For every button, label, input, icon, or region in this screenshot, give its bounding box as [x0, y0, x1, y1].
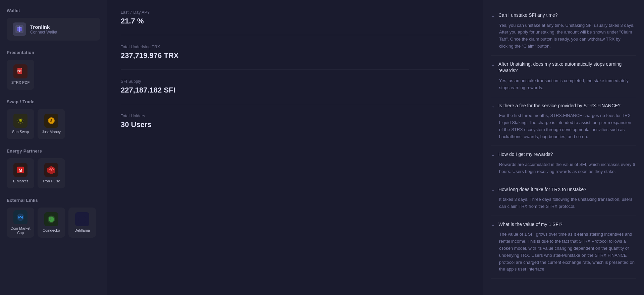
faq-answer-text: It takes 3 days. Three days following th… [499, 196, 636, 210]
faq-answer-text: Yes, as an unstake transaction is comple… [499, 77, 636, 92]
svg-text:PDF: PDF [17, 70, 22, 72]
coingecko-icon [44, 212, 58, 226]
sfi-label: SFI Supply [121, 79, 469, 84]
presentation-grid: PDF STRX PDF [7, 60, 100, 90]
faq-question-text: Can I unstake SFI any time? [498, 12, 558, 19]
faq-answer-text: Rewards are accumulated in the value of … [499, 161, 636, 175]
wallet-sub: Connect Wallet [30, 30, 57, 35]
energy-section: Energy Partners M E Market [7, 149, 100, 188]
svg-point-19 [78, 216, 86, 223]
sidebar: Wallet Tronlink Connect Wallet Presentat… [0, 0, 107, 295]
faq-item: ⌄ Is there a fee for the service provide… [491, 97, 636, 146]
tronpulse-item[interactable]: Tron Pulse [38, 158, 65, 188]
presentation-section: Presentation PDF STRX PDF [7, 50, 100, 90]
faq-question-text: How long does it take for TRX to unstake… [498, 186, 586, 193]
energy-grid: M E Market Tron Pulse [7, 158, 100, 188]
defillama-label: Defillama [74, 228, 90, 233]
faq-question-0[interactable]: ⌄ Can I unstake SFI any time? [491, 12, 636, 19]
wallet-card[interactable]: Tronlink Connect Wallet [7, 18, 100, 41]
faq-chevron-icon: ⌄ [491, 222, 495, 227]
swap-grid: Sun Swap $ Just Money [7, 109, 100, 139]
faq-question-2[interactable]: ⌄ Is there a fee for the service provide… [491, 103, 636, 109]
faq-item: ⌄ How long does it take for TRX to unsta… [491, 181, 636, 216]
main-panel: Last 7 Day APY 21.7 % Total Underlying T… [107, 0, 483, 295]
apy-label: Last 7 Day APY [121, 10, 469, 15]
faq-question-5[interactable]: ⌄ What is the value of my 1 SFI? [491, 221, 636, 228]
external-grid: Coin Market Cap Coingecko � [7, 208, 100, 238]
faq-question-text: What is the value of my 1 SFI? [498, 221, 562, 228]
tronlink-icon [13, 22, 26, 36]
svg-text:M: M [19, 168, 22, 173]
faq-answer-text: Yes, you can unstake at any time. Unstak… [499, 22, 636, 50]
faq-chevron-icon: ⌄ [491, 103, 495, 109]
external-section: External Links Coin Market Cap [7, 198, 100, 238]
emarket-label: E Market [13, 179, 28, 183]
wallet-name: Tronlink [30, 24, 57, 30]
svg-text:$: $ [50, 119, 52, 123]
coinmarketcap-item[interactable]: Coin Market Cap [7, 208, 34, 238]
defillama-icon: 🦙 [75, 212, 89, 226]
faq-chevron-icon: ⌄ [491, 152, 495, 157]
wallet-title: Wallet [7, 8, 100, 13]
faq-chevron-icon: ⌄ [491, 62, 495, 67]
faq-item: ⌄ How do I get my rewards? Rewards are a… [491, 146, 636, 181]
faq-question-3[interactable]: ⌄ How do I get my rewards? [491, 151, 636, 158]
faq-question-text: Is there a fee for the service provided … [498, 103, 621, 109]
tronpulse-label: Tron Pulse [43, 179, 60, 183]
faq-question-text: How do I get my rewards? [498, 151, 553, 158]
faq-item: ⌄ Can I unstake SFI any time? Yes, you c… [491, 7, 636, 56]
stat-holders: Total Holders 30 Users [121, 114, 469, 138]
coinmarketcap-icon [13, 210, 28, 224]
just-money-icon: $ [44, 114, 58, 128]
emarket-item[interactable]: M E Market [7, 158, 34, 188]
faq-item: ⌄ After Unstaking, does my stake automat… [491, 56, 636, 97]
energy-title: Energy Partners [7, 149, 100, 154]
swap-title: Swap / Trade [7, 99, 100, 104]
sfi-value: 227,187.182 SFI [121, 86, 469, 95]
stat-sfi: SFI Supply 227,187.182 SFI [121, 79, 469, 104]
just-money-label: Just Money [42, 130, 61, 134]
holders-label: Total Holders [121, 114, 469, 118]
faq-question-4[interactable]: ⌄ How long does it take for TRX to unsta… [491, 186, 636, 193]
wallet-section: Wallet Tronlink Connect Wallet [7, 8, 100, 41]
strx-pdf-label: STRX PDF [11, 80, 30, 85]
trx-label: Total Underlying TRX [121, 45, 469, 49]
trx-value: 237,719.976 TRX [121, 51, 469, 60]
svg-point-7 [21, 120, 22, 121]
coinmarketcap-label: Coin Market Cap [7, 226, 34, 235]
tronpulse-icon [44, 163, 58, 177]
stat-trx: Total Underlying TRX 237,719.976 TRX [121, 45, 469, 70]
coingecko-item[interactable]: Coingecko [38, 208, 65, 238]
stat-apy: Last 7 Day APY 21.7 % [121, 10, 469, 35]
strx-pdf-icon: PDF [13, 64, 28, 78]
just-money-item[interactable]: $ Just Money [38, 109, 65, 139]
swap-section: Swap / Trade Sun Swap [7, 99, 100, 139]
apy-value: 21.7 % [121, 17, 469, 25]
faq-question-1[interactable]: ⌄ After Unstaking, does my stake automat… [491, 61, 636, 74]
external-title: External Links [7, 198, 100, 203]
wallet-info: Tronlink Connect Wallet [30, 24, 57, 35]
svg-point-18 [50, 218, 51, 219]
faq-chevron-icon: ⌄ [491, 187, 495, 192]
sun-swap-label: Sun Swap [12, 130, 29, 134]
sun-swap-icon [13, 114, 28, 128]
presentation-title: Presentation [7, 50, 100, 55]
faq-chevron-icon: ⌄ [491, 13, 495, 18]
sun-swap-item[interactable]: Sun Swap [7, 109, 34, 139]
coingecko-label: Coingecko [43, 228, 60, 233]
defillama-item[interactable]: 🦙 Defillama [68, 208, 96, 238]
faq-answer-text: For the first three months, STRX.FINANCE… [499, 112, 636, 140]
emarket-icon: M [13, 163, 28, 177]
faq-answer-text: The value of 1 SFI grows over time as it… [499, 231, 636, 273]
faq-item: ⌄ What is the value of my 1 SFI? The val… [491, 216, 636, 279]
svg-point-6 [19, 120, 20, 121]
faq-question-text: After Unstaking, does my stake automatic… [498, 61, 636, 74]
faq-panel: ⌄ Can I unstake SFI any time? Yes, you c… [483, 0, 644, 295]
strx-pdf-item[interactable]: PDF STRX PDF [7, 60, 34, 90]
holders-value: 30 Users [121, 120, 469, 129]
svg-point-16 [49, 217, 54, 222]
